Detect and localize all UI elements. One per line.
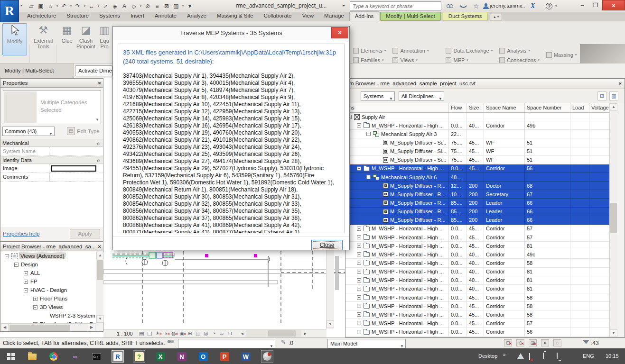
word[interactable]: W xyxy=(240,350,252,363)
measure-icon-chevron[interactable]: ▾ xyxy=(97,4,100,8)
default-3d-view-icon-chevron[interactable]: ▾ xyxy=(139,4,142,8)
start-button[interactable] xyxy=(5,350,17,363)
show-crop-icon[interactable]: ⊞ xyxy=(186,330,194,337)
outlook[interactable]: O xyxy=(197,350,209,363)
user-menu-chevron-icon[interactable]: ▾ xyxy=(520,2,522,10)
canvas-vertical-scrollbar[interactable]: ▼ xyxy=(326,250,334,329)
tab-duct-systems[interactable]: Duct Systems xyxy=(443,12,488,21)
expander-icon[interactable]: + xyxy=(357,295,361,300)
scroll-up-icon[interactable]: ▲ xyxy=(96,252,104,259)
tab-systems[interactable]: Systems xyxy=(94,11,125,21)
type-selector[interactable]: Multiple Categories Selected ▼ xyxy=(3,90,101,124)
column-header-space-name[interactable]: Space Name xyxy=(484,103,525,112)
search-icon[interactable] xyxy=(447,2,453,10)
column-header-voltage[interactable]: Voltage xyxy=(589,103,609,112)
system-browser-row[interactable]: M_Supply Diffuser - R...85....200Leader6… xyxy=(345,199,609,207)
scroll-down-icon[interactable]: ▼ xyxy=(96,315,104,323)
modify-button[interactable]: Modify xyxy=(2,23,27,55)
save-icon[interactable]: ▣ xyxy=(37,3,45,9)
view-dropdown[interactable]: Systems▼ xyxy=(361,91,395,101)
expander-icon[interactable]: + xyxy=(33,322,37,323)
expander-icon[interactable]: − xyxy=(357,123,361,127)
scrollbar-thumb[interactable] xyxy=(268,330,296,337)
default-3d-view-icon[interactable]: ◇ xyxy=(130,3,138,9)
application-menu-chevron-icon[interactable]: ▾ xyxy=(20,3,22,8)
column-settings-icon[interactable]: ▥ xyxy=(609,91,618,100)
expander-icon[interactable]: + xyxy=(357,270,361,274)
column-header-flow[interactable]: Flow xyxy=(449,103,467,112)
onenote[interactable]: N xyxy=(176,350,188,363)
sync-icon-chevron[interactable]: ▾ xyxy=(56,4,59,8)
scroll-right-icon[interactable]: ▸ xyxy=(301,330,309,337)
system-browser-row[interactable]: +M_WSHP - Horizontal - High ...0.0...45.… xyxy=(345,242,609,250)
revit[interactable]: R xyxy=(112,350,124,363)
scrollbar-thumb[interactable] xyxy=(97,260,103,280)
image-value-field[interactable] xyxy=(51,165,96,172)
tab-view[interactable]: View xyxy=(297,11,319,21)
redo-icon[interactable]: ↷ xyxy=(74,3,82,9)
aligned-dimension-icon[interactable]: ↗ xyxy=(102,3,109,9)
dialog-close-icon[interactable]: × xyxy=(331,27,348,38)
expander-icon[interactable]: + xyxy=(357,261,361,265)
system-browser-vertical-scrollbar[interactable]: ▲ ▼ xyxy=(609,103,617,337)
tab-collaborate[interactable]: Collaborate xyxy=(259,11,297,21)
application-menu-button[interactable]: R xyxy=(0,0,19,22)
expander-icon[interactable]: − xyxy=(14,263,19,267)
system-browser-row[interactable]: −M_WSHP - Horizontal - High ...0.0...40.… xyxy=(345,121,609,130)
sync-icon[interactable]: ⌂ xyxy=(47,3,54,9)
thin-lines-icon[interactable]: ≡ xyxy=(153,3,161,9)
expander-icon[interactable]: + xyxy=(357,330,361,334)
system-browser-header[interactable]: m Browser - rme_advanced_sample_project_… xyxy=(345,79,625,89)
select-pinned-icon[interactable]: ⊙ xyxy=(516,339,524,346)
show-rendering-icon[interactable]: ◍ xyxy=(170,330,178,337)
system-browser-row[interactable]: +M_WSHP - Horizontal - High ...0.0...40.… xyxy=(345,268,609,276)
system-browser-row[interactable]: +M_WSHP - Horizontal - High ...0.0...40.… xyxy=(345,259,609,267)
system-browser-row[interactable]: −Mechanical Supply Air 648... xyxy=(345,173,609,182)
scroll-left-icon[interactable]: ◂ xyxy=(238,330,246,337)
tag-icon[interactable]: ◈ xyxy=(111,3,119,9)
property-value[interactable] xyxy=(50,164,103,173)
battery-icon[interactable] xyxy=(543,353,544,359)
expander-icon[interactable]: − xyxy=(5,254,9,258)
property-value[interactable] xyxy=(50,147,103,156)
column-header-space-number[interactable]: Space Number xyxy=(525,103,570,112)
system-browser-row[interactable]: +M_WSHP - Horizontal - High ...0.0...40.… xyxy=(345,285,609,293)
properties-help-link[interactable]: Properties help xyxy=(3,231,39,237)
section-mechanical[interactable]: Mechanical« xyxy=(0,139,103,147)
tab-manage[interactable]: Manage xyxy=(319,11,349,21)
system-browser-row[interactable]: +M_WSHP - Horizontal - High ...0.0...45.… xyxy=(345,319,609,328)
project-browser-header[interactable]: Project Browser - rme_advanced_sa... × xyxy=(0,242,103,251)
view-scale-button[interactable]: 1 : 100 xyxy=(117,331,133,337)
tab-analyze[interactable]: Analyze xyxy=(182,11,212,21)
undo-icon-chevron[interactable]: ▾ xyxy=(69,4,73,8)
customize-qat-icon[interactable]: ▾ xyxy=(186,3,194,9)
shadows-icon[interactable]: ◑ xyxy=(162,330,170,337)
desktop-toolbar[interactable]: Desktop xyxy=(478,348,497,364)
expander-icon[interactable]: + xyxy=(33,297,37,301)
properties-header[interactable]: Properties × xyxy=(0,79,103,88)
glue-button[interactable]: ▦ Glue xyxy=(59,23,75,44)
exchange-apps-icon[interactable]: X xyxy=(531,2,535,10)
undo-icon[interactable]: ↶ xyxy=(60,3,68,9)
crop-view-icon[interactable]: ▣ xyxy=(178,330,186,337)
tree-item-all[interactable]: +ALL xyxy=(1,269,96,277)
switch-windows-icon-chevron[interactable]: ▾ xyxy=(181,4,185,8)
temporary-hide-icon[interactable]: ◫ xyxy=(194,330,202,337)
addins-item-analysis[interactable]: Analysis▾ xyxy=(499,46,540,55)
addins-item-annotation[interactable]: Annotation▾ xyxy=(392,46,439,55)
project-browser-vertical-scrollbar[interactable]: ▲ ▼ xyxy=(96,252,103,323)
collapse-chevron-icon[interactable]: « xyxy=(95,142,103,145)
expander-icon[interactable]: + xyxy=(357,312,361,317)
expander-icon[interactable]: + xyxy=(357,278,361,282)
dialog-close-button[interactable]: Close xyxy=(311,240,343,250)
system-browser-row[interactable]: +M_WSHP - Horizontal - High ...0.0...40.… xyxy=(345,250,609,259)
network-icon[interactable] xyxy=(557,353,558,359)
tree-item-wshp-2-3-system[interactable]: WSHP 2-3 System xyxy=(1,311,96,320)
tab-structure[interactable]: Structure xyxy=(61,11,94,21)
active-workset-dropdown[interactable]: ▼ xyxy=(178,339,275,348)
tree-item-floor-plans[interactable]: +Floor Plans xyxy=(1,294,96,303)
edit-type-button[interactable]: Edit Type xyxy=(77,127,100,136)
column-header-load[interactable]: Load xyxy=(570,103,589,112)
sun-path-icon[interactable]: ☀ xyxy=(154,330,162,337)
expander-icon[interactable]: + xyxy=(357,227,361,231)
